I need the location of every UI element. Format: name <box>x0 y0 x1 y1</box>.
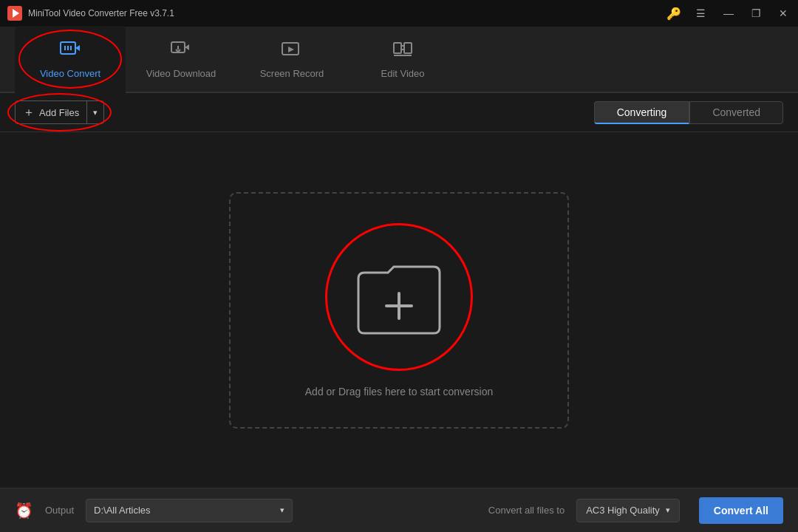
add-files-dropdown[interactable]: ▾ <box>87 101 103 123</box>
menu-icon[interactable]: ☰ <box>693 6 709 21</box>
convert-format-selector[interactable]: AC3 High Quality ▾ <box>576 499 680 522</box>
close-button[interactable]: ✕ <box>776 6 791 21</box>
key-icon[interactable]: 🔑 <box>666 7 681 21</box>
add-files-main[interactable]: ＋ Add Files <box>16 101 87 123</box>
path-chevron-icon: ▾ <box>280 505 284 515</box>
tab-video-convert-label: Video Convert <box>40 68 100 79</box>
restore-button[interactable]: ❐ <box>748 6 764 21</box>
sub-tab-converting[interactable]: Converting <box>594 101 690 124</box>
add-files-button[interactable]: ＋ Add Files ▾ <box>15 100 104 124</box>
tab-screen-record[interactable]: Screen Record <box>236 26 347 92</box>
nav-tabs: Video Convert Video Download Screen Reco… <box>0 27 798 93</box>
output-path-text: D:\All Articles <box>94 505 151 516</box>
svg-rect-13 <box>404 43 412 53</box>
tab-video-convert[interactable]: Video Convert <box>15 26 126 92</box>
add-files-label: Add Files <box>39 107 79 118</box>
drop-zone[interactable]: Add or Drag files here to start conversi… <box>229 192 569 429</box>
svg-marker-11 <box>288 47 294 52</box>
main-content: Add or Drag files here to start conversi… <box>0 132 798 488</box>
minimize-button[interactable]: — <box>720 6 737 21</box>
tab-edit-video-label: Edit Video <box>381 68 424 79</box>
convert-all-button[interactable]: Convert All <box>699 497 783 524</box>
video-download-icon <box>170 40 192 64</box>
tab-video-download[interactable]: Video Download <box>126 26 236 92</box>
titlebar-controls: 🔑 ☰ — ❐ ✕ <box>666 6 791 21</box>
app-title: MiniTool Video Converter Free v3.7.1 <box>28 8 174 18</box>
sub-tabs: Converting Converted <box>594 101 783 124</box>
format-label: AC3 High Quality <box>586 505 660 516</box>
tab-screen-record-label: Screen Record <box>260 68 324 79</box>
app-logo-icon <box>7 6 22 21</box>
folder-icon-area <box>325 223 473 371</box>
tab-edit-video[interactable]: Edit Video <box>347 26 458 92</box>
drop-zone-text: Add or Drag files here to start conversi… <box>305 386 493 398</box>
svg-rect-12 <box>394 43 401 53</box>
titlebar: MiniTool Video Converter Free v3.7.1 🔑 ☰… <box>0 0 798 27</box>
plus-icon: ＋ <box>23 105 35 120</box>
toolbar: ＋ Add Files ▾ Converting Converted <box>0 93 798 132</box>
output-label: Output <box>45 505 74 516</box>
video-convert-icon <box>59 40 81 64</box>
format-chevron-icon: ▾ <box>666 505 670 515</box>
folder-icon <box>351 256 447 338</box>
tab-video-download-label: Video Download <box>146 68 216 79</box>
edit-video-icon <box>392 40 414 64</box>
titlebar-left: MiniTool Video Converter Free v3.7.1 <box>7 6 174 21</box>
screen-record-icon <box>281 40 303 64</box>
chevron-down-icon: ▾ <box>93 108 98 117</box>
add-files-wrapper: ＋ Add Files ▾ <box>15 100 104 124</box>
statusbar: ⏰ Output D:\All Articles ▾ Convert all f… <box>0 488 798 532</box>
convert-all-label: Convert all files to <box>488 505 565 516</box>
clock-icon: ⏰ <box>15 502 33 519</box>
output-path-selector[interactable]: D:\All Articles ▾ <box>86 499 293 522</box>
sub-tab-converted[interactable]: Converted <box>689 101 783 124</box>
